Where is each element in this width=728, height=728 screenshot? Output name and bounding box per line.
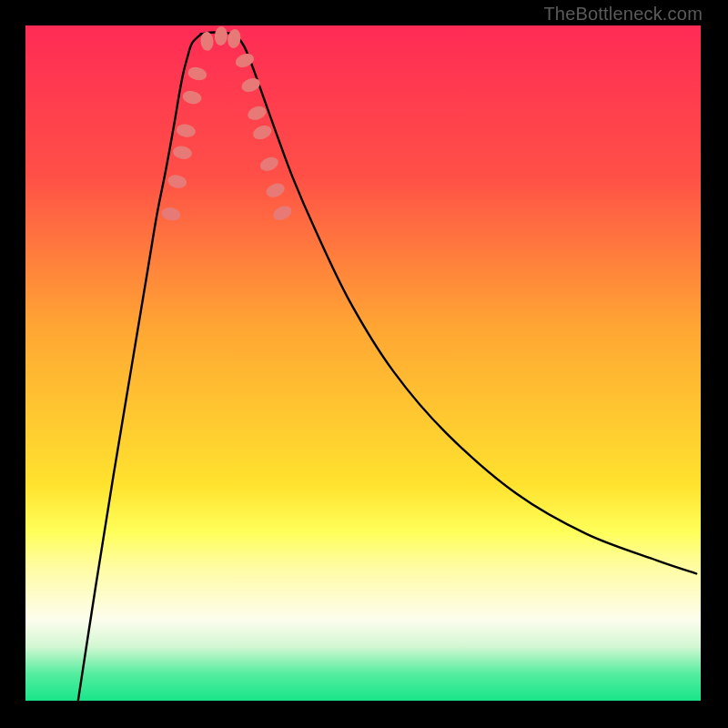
chart-svg	[0, 0, 728, 728]
watermark-text: TheBottleneck.com	[543, 4, 703, 25]
chart-container: TheBottleneck.com	[0, 0, 728, 728]
plot-area	[25, 25, 701, 701]
